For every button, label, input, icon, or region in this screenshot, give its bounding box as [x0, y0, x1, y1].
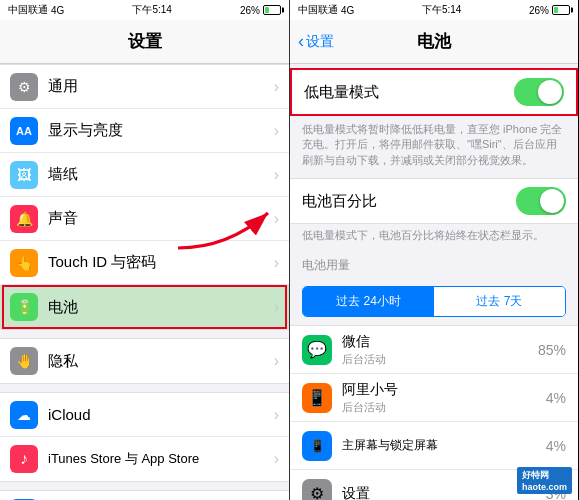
left-status-right: 26% [240, 5, 281, 16]
wallpaper-icon: 🖼 [10, 161, 38, 189]
low-power-section-outlined: 低电量模式 [290, 68, 578, 116]
toggle-knob [538, 80, 562, 104]
itunes-icon: ♪ [10, 445, 38, 473]
right-nav-title: 电池 [417, 30, 451, 53]
battery-row-icon: 🔋 [10, 293, 38, 321]
wallpaper-label: 墙纸 [48, 165, 274, 184]
settings-row-itunes[interactable]: ♪ iTunes Store 与 App Store › [0, 437, 289, 481]
right-network: 4G [341, 5, 354, 16]
touchid-label: Touch ID 与密码 [48, 253, 274, 272]
homescreen-pct: 4% [546, 438, 566, 454]
left-nav-bar: 设置 [0, 20, 289, 64]
wechat-sub: 后台活动 [342, 352, 538, 367]
settings-row-sound[interactable]: 🔔 声音 › [0, 197, 289, 241]
alipay-sub: 后台活动 [342, 400, 546, 415]
low-power-row[interactable]: 低电量模式 [292, 70, 576, 114]
icloud-chevron: › [274, 406, 279, 424]
usage-row-homescreen: 📱 主屏幕与锁定屏幕 4% [290, 422, 578, 470]
settings-usage-icon: ⚙ [302, 479, 332, 500]
itunes-chevron: › [274, 450, 279, 468]
watermark: 好特网haote.com [517, 467, 572, 494]
settings-row-general[interactable]: ⚙ 通用 › [0, 65, 289, 109]
homescreen-info: 主屏幕与锁定屏幕 [342, 437, 546, 454]
alipay-pct: 4% [546, 390, 566, 406]
sound-chevron: › [274, 210, 279, 228]
right-phone: 中国联通 4G 下午5:14 26% ‹ 设置 电池 [289, 0, 578, 500]
battery-pct-section: 电池百分比 [290, 178, 578, 224]
settings-row-touchid[interactable]: 👆 Touch ID 与密码 › [0, 241, 289, 285]
privacy-label: 隐私 [48, 352, 274, 371]
battery-pct-label: 电池百分比 [302, 192, 516, 211]
battery-pct-toggle-knob [540, 189, 564, 213]
settings-row-mail[interactable]: ✉ 邮件、通讯录、日历 › [0, 491, 289, 500]
back-label: 设置 [306, 33, 334, 51]
settings-group-1: ⚙ 通用 › AA 显示与亮度 › 🖼 墙纸 › 🔔 声音 › [0, 64, 289, 330]
wechat-icon: 💬 [302, 335, 332, 365]
settings-group-3: ☁ iCloud › ♪ iTunes Store 与 App Store › [0, 392, 289, 482]
settings-row-icloud[interactable]: ☁ iCloud › [0, 393, 289, 437]
icloud-icon: ☁ [10, 401, 38, 429]
left-carrier: 中国联通 [8, 3, 48, 17]
left-battery-icon [263, 5, 281, 15]
settings-row-battery[interactable]: 🔋 电池 › [0, 285, 289, 329]
back-button[interactable]: ‹ 设置 [298, 31, 334, 52]
settings-row-display[interactable]: AA 显示与亮度 › [0, 109, 289, 153]
icloud-label: iCloud [48, 406, 274, 423]
wechat-info: 微信 后台活动 [342, 333, 538, 367]
low-power-description: 低电量模式将暂时降低低耗电量，直至您 iPhone 完全充电。打开后，将停用邮件… [290, 116, 578, 178]
battery-pct-toggle[interactable] [516, 187, 566, 215]
right-battery-fill [554, 7, 558, 13]
left-settings-list[interactable]: ⚙ 通用 › AA 显示与亮度 › 🖼 墙纸 › 🔔 声音 › [0, 64, 289, 500]
general-label: 通用 [48, 77, 274, 96]
sound-icon: 🔔 [10, 205, 38, 233]
battery-pct-row[interactable]: 电池百分比 [290, 179, 578, 223]
settings-row-wallpaper[interactable]: 🖼 墙纸 › [0, 153, 289, 197]
tab-24h[interactable]: 过去 24小时 [303, 287, 434, 316]
settings-usage-name: 设置 [342, 485, 546, 500]
left-nav-title: 设置 [128, 30, 162, 53]
sound-label: 声音 [48, 209, 274, 228]
battery-usage-label: 电池用量 [290, 251, 578, 278]
phones-wrapper: 中国联通 4G 下午5:14 26% 设置 ⚙ 通用 › [0, 0, 579, 500]
right-status-bar: 中国联通 4G 下午5:14 26% [290, 0, 578, 20]
alipay-info: 阿里小号 后台活动 [342, 381, 546, 415]
battery-pct-footer: 低电量模式下，电池百分比将始终在状态栏显示。 [290, 224, 578, 251]
settings-group-4: ✉ 邮件、通讯录、日历 › 📝 备忘录 › 🔔 提醒事项 › [0, 490, 289, 500]
battery-chevron: › [274, 298, 279, 316]
privacy-chevron: › [274, 352, 279, 370]
general-icon: ⚙ [10, 73, 38, 101]
right-battery-pct: 26% [529, 5, 549, 16]
left-battery-pct: 26% [240, 5, 260, 16]
display-icon: AA [10, 117, 38, 145]
wallpaper-chevron: › [274, 166, 279, 184]
homescreen-name: 主屏幕与锁定屏幕 [342, 437, 546, 454]
low-power-label: 低电量模式 [304, 83, 514, 102]
right-carrier: 中国联通 [298, 3, 338, 17]
settings-usage-info: 设置 [342, 485, 546, 500]
battery-label: 电池 [48, 298, 274, 317]
left-time: 下午5:14 [132, 3, 171, 17]
display-label: 显示与亮度 [48, 121, 274, 140]
alipay-icon: 📱 [302, 383, 332, 413]
right-status-right: 26% [529, 5, 570, 16]
battery-page[interactable]: 低电量模式 低电量模式将暂时降低低耗电量，直至您 iPhone 完全充电。打开后… [290, 64, 578, 500]
usage-row-wechat: 💬 微信 后台活动 85% [290, 326, 578, 374]
left-network: 4G [51, 5, 64, 16]
back-chevron-icon: ‹ [298, 31, 304, 52]
itunes-label: iTunes Store 与 App Store [48, 450, 274, 468]
right-time: 下午5:14 [422, 3, 461, 17]
right-nav-bar: ‹ 设置 电池 [290, 20, 578, 64]
left-phone: 中国联通 4G 下午5:14 26% 设置 ⚙ 通用 › [0, 0, 289, 500]
right-status-left: 中国联通 4G [298, 3, 354, 17]
low-power-toggle[interactable] [514, 78, 564, 106]
alipay-name: 阿里小号 [342, 381, 546, 399]
left-battery-fill [265, 7, 269, 13]
right-battery-icon [552, 5, 570, 15]
settings-group-2: 🤚 隐私 › [0, 338, 289, 384]
settings-row-privacy[interactable]: 🤚 隐私 › [0, 339, 289, 383]
usage-tabs[interactable]: 过去 24小时 过去 7天 [302, 286, 566, 317]
privacy-icon: 🤚 [10, 347, 38, 375]
tab-7d[interactable]: 过去 7天 [434, 287, 565, 316]
general-chevron: › [274, 78, 279, 96]
touchid-icon: 👆 [10, 249, 38, 277]
